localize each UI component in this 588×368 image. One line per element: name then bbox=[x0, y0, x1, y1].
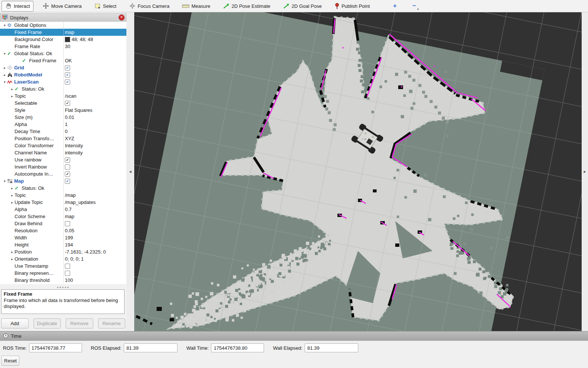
tree-row-style[interactable]: StyleFlat Squares bbox=[0, 107, 126, 114]
checkbox-checked[interactable]: ✓ bbox=[65, 65, 70, 70]
property-value[interactable]: 100 bbox=[65, 277, 73, 283]
property-value[interactable]: /map bbox=[65, 192, 76, 198]
property-value-cell[interactable]: 30 bbox=[63, 43, 126, 50]
tree-row-map[interactable]: ▾Map✓ bbox=[0, 177, 126, 185]
right-splitter-handle[interactable]: ▶ bbox=[582, 12, 588, 331]
tree-row-alpha[interactable]: Alpha0.7 bbox=[0, 206, 126, 213]
3d-viewport[interactable] bbox=[134, 12, 582, 331]
tree-row-background-color[interactable]: Background Color48; 48; 48 bbox=[0, 36, 126, 43]
tree-row-status-ok[interactable]: ▸✓Status: Ok bbox=[0, 85, 126, 92]
tool-button-publish-point[interactable]: Publish Point bbox=[331, 1, 374, 12]
property-value[interactable]: Flat Squares bbox=[65, 107, 92, 113]
property-value[interactable]: 0 bbox=[65, 129, 67, 134]
expander-right-icon[interactable]: ▸ bbox=[10, 201, 15, 204]
tool-button-measure[interactable]: Measure bbox=[178, 1, 214, 12]
tree-row-fixed-frame[interactable]: ✓Fixed FrameOK bbox=[0, 57, 126, 64]
tree-row-resolution[interactable]: Resolution0.05 bbox=[0, 227, 126, 234]
expander-right-icon[interactable]: ▸ bbox=[10, 250, 15, 254]
checkbox-checked[interactable]: ✓ bbox=[65, 101, 70, 106]
property-value-cell[interactable]: 0.01 bbox=[63, 114, 126, 121]
property-value[interactable]: intensity bbox=[65, 150, 83, 155]
property-value[interactable]: /scan bbox=[65, 93, 76, 99]
tree-row-invert-rainbow[interactable]: Invert Rainbow bbox=[0, 163, 126, 170]
tree-row-update-topic[interactable]: ▸Update Topic/map_updates bbox=[0, 199, 126, 206]
close-icon[interactable]: ✕ bbox=[119, 15, 125, 21]
property-value-cell[interactable]: /map_updates bbox=[63, 199, 126, 206]
tree-row-selectable[interactable]: Selectable✓ bbox=[0, 100, 126, 107]
remove-tool-button[interactable]: −▾ bbox=[409, 1, 419, 11]
dropdown-arrow-icon[interactable]: ▾ bbox=[417, 8, 419, 11]
expander-right-icon[interactable]: ▸ bbox=[2, 73, 7, 77]
add-tool-button[interactable]: + bbox=[390, 1, 400, 11]
property-value[interactable]: 1 bbox=[65, 122, 67, 127]
tree-row-status-ok[interactable]: ▸✓Status: Ok bbox=[0, 185, 126, 192]
tree-row-binary-threshold[interactable]: Binary threshold100 bbox=[0, 277, 126, 284]
property-value-cell[interactable]: Intensity bbox=[63, 142, 126, 149]
reset-button[interactable]: Reset bbox=[1, 356, 19, 366]
checkbox-unchecked[interactable] bbox=[65, 264, 70, 269]
collapse-left-icon[interactable]: ◀ bbox=[129, 170, 131, 173]
checkbox-checked[interactable]: ✓ bbox=[65, 79, 70, 85]
expander-right-icon[interactable]: ▸ bbox=[10, 186, 15, 190]
add-button[interactable]: Add bbox=[1, 318, 29, 328]
property-value-cell[interactable]: OK bbox=[63, 57, 126, 64]
tree-row-position[interactable]: ▸Position-7.1631; -4.2325; 0 bbox=[0, 248, 126, 255]
tree-row-height[interactable]: Height194 bbox=[0, 241, 126, 248]
tree-row-fixed-frame[interactable]: Fixed Framemap bbox=[0, 29, 126, 36]
property-value-cell[interactable]: 199 bbox=[63, 234, 126, 241]
tree-row-robotmodel[interactable]: ▸RobotModel✓ bbox=[0, 71, 126, 78]
panel-resize-handle[interactable]: ●●●●● bbox=[0, 286, 126, 289]
expander-right-icon[interactable]: ▸ bbox=[2, 66, 7, 70]
property-value[interactable]: /map_updates bbox=[65, 199, 95, 205]
property-value-cell[interactable]: 0 bbox=[63, 128, 126, 135]
property-value-cell[interactable]: -7.1631; -4.2325; 0 bbox=[63, 248, 126, 255]
property-value-cell[interactable]: Flat Squares bbox=[63, 107, 126, 114]
property-value-cell[interactable]: 0.05 bbox=[63, 227, 126, 234]
property-value-cell[interactable]: 1 bbox=[63, 121, 126, 128]
collapse-right-icon[interactable]: ▶ bbox=[584, 170, 586, 173]
property-value-cell[interactable]: map bbox=[63, 29, 126, 36]
checkbox-checked[interactable]: ✓ bbox=[65, 179, 70, 184]
property-value-cell[interactable]: 194 bbox=[63, 241, 126, 248]
property-value[interactable]: 0.05 bbox=[65, 228, 74, 233]
tree-row-decay-time[interactable]: Decay Time0 bbox=[0, 128, 126, 135]
property-value-cell[interactable]: intensity bbox=[63, 149, 126, 156]
tool-button-focus-camera[interactable]: Focus Camera bbox=[125, 1, 173, 12]
checkbox-checked[interactable]: ✓ bbox=[65, 72, 70, 78]
property-value[interactable]: -7.1631; -4.2325; 0 bbox=[65, 249, 106, 255]
property-value[interactable]: 0.7 bbox=[65, 207, 72, 212]
tree-row-topic[interactable]: ▸Topic/map bbox=[0, 192, 126, 199]
tool-button-interact[interactable]: Interact bbox=[1, 1, 34, 12]
property-value[interactable]: map bbox=[65, 214, 74, 219]
expander-down-icon[interactable]: ▾ bbox=[2, 23, 7, 27]
tree-row-use-rainbow[interactable]: Use rainbow✓ bbox=[0, 156, 126, 163]
tool-button-pose-estimate[interactable]: 2D Pose Estimate bbox=[219, 1, 274, 12]
property-value[interactable]: XYZ bbox=[65, 136, 74, 141]
expander-right-icon[interactable]: ▸ bbox=[10, 87, 15, 91]
property-value[interactable]: 0; 0; 0; 1 bbox=[65, 256, 84, 262]
tree-row-global-status-ok[interactable]: ▾✓Global Status: Ok bbox=[0, 50, 126, 57]
property-value-cell[interactable]: 0.7 bbox=[63, 206, 126, 213]
property-value[interactable]: 48; 48; 48 bbox=[72, 37, 93, 42]
wall-time-input[interactable]: 1754476738.80 bbox=[211, 343, 264, 352]
expander-down-icon[interactable]: ▾ bbox=[2, 179, 7, 183]
property-value[interactable]: 30 bbox=[65, 44, 70, 49]
tree-row-topic[interactable]: ▸Topic/scan bbox=[0, 92, 126, 100]
time-panel-header[interactable]: Time bbox=[0, 331, 588, 341]
left-splitter-handle[interactable]: ◀ bbox=[126, 12, 134, 331]
tree-row-grid[interactable]: ▸Grid✓ bbox=[0, 64, 126, 71]
tree-row-draw-behind[interactable]: Draw Behind bbox=[0, 220, 126, 227]
property-value[interactable]: Intensity bbox=[65, 143, 83, 148]
checkbox-checked[interactable]: ✓ bbox=[65, 157, 70, 163]
tree-row-position-transfo[interactable]: Position Transfo…XYZ bbox=[0, 135, 126, 142]
wall-elapsed-input[interactable]: 81.39 bbox=[305, 343, 358, 352]
tool-button-select[interactable]: Select bbox=[91, 1, 120, 12]
tree-row-orientation[interactable]: ▸Orientation0; 0; 0; 1 bbox=[0, 255, 126, 262]
tool-button-goal-pose[interactable]: 2D Goal Pose bbox=[279, 1, 326, 12]
tree-row-size-m[interactable]: Size (m)0.01 bbox=[0, 114, 126, 121]
tree-row-binary-represen[interactable]: Binary represen… bbox=[0, 270, 126, 277]
ros-time-input[interactable]: 1754476738.77 bbox=[29, 343, 82, 352]
property-value[interactable]: map bbox=[65, 29, 74, 35]
expander-right-icon[interactable]: ▸ bbox=[10, 94, 15, 98]
checkbox-unchecked[interactable] bbox=[65, 221, 70, 226]
